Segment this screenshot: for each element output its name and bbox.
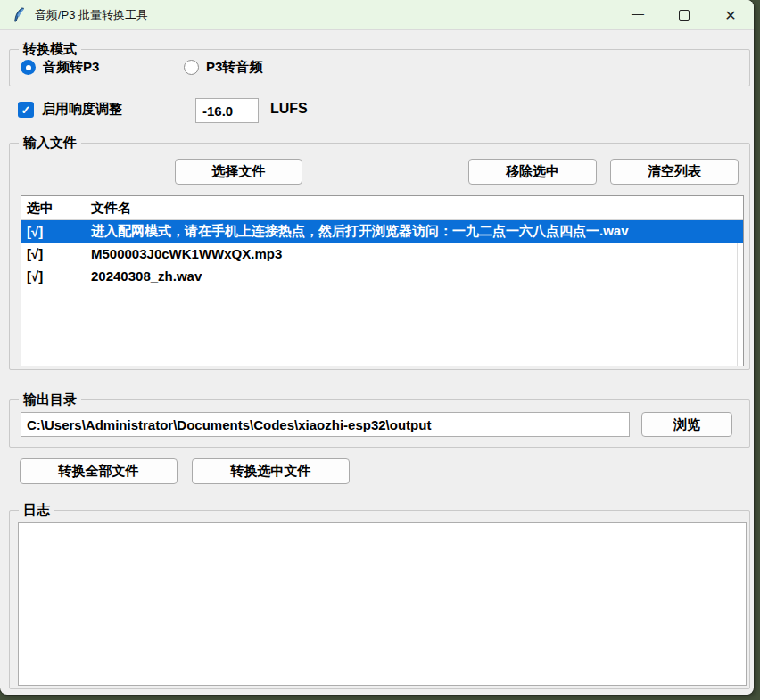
row-checked-cell: [√] [21,246,86,261]
check-icon: ✓ [21,103,31,117]
maximize-icon [679,10,690,21]
radio-selected-icon [21,60,36,75]
remove-selected-button[interactable]: 移除选中 [468,159,597,185]
file-table-header: 选中 文件名 [21,196,743,220]
column-header-filename[interactable]: 文件名 [86,200,743,217]
input-files-group: 输入文件 选择文件 移除选中 清空列表 选中 文件名 [√] 进入配网模式，请在… [9,143,750,370]
output-path-input[interactable] [21,412,630,437]
select-files-button[interactable]: 选择文件 [175,159,302,185]
radio-audio-to-p3-label: 音频转P3 [43,59,99,76]
column-header-checked[interactable]: 选中 [21,200,86,217]
loudness-checkbox-label: 启用响度调整 [42,101,122,118]
window-title: 音频/P3 批量转换工具 [35,7,148,23]
minimize-button[interactable]: — [615,0,661,30]
log-group: 日志 [9,510,750,689]
table-row[interactable]: [√] 20240308_zh.wav [21,265,743,287]
table-row[interactable]: [√] 进入配网模式，请在手机上连接热点，然后打开浏览器访问：一九二点一六八点四… [21,220,743,243]
convert-all-button[interactable]: 转换全部文件 [20,458,178,484]
clear-list-button[interactable]: 清空列表 [610,159,739,185]
radio-p3-to-audio[interactable]: P3转音频 [184,59,262,76]
python-feather-icon [12,7,27,23]
log-text-area[interactable] [18,522,747,686]
titlebar: 音频/P3 批量转换工具 — ✕ [0,0,754,30]
row-filename-cell: 20240308_zh.wav [86,268,743,284]
row-filename-cell: M500003J0cWK1WWxQX.mp3 [86,246,743,261]
minimize-icon: — [632,6,644,21]
maximize-button[interactable] [661,0,707,30]
convert-selected-button[interactable]: 转换选中文件 [192,458,350,484]
app-window: 音频/P3 批量转换工具 — ✕ 转换模式 音频转P3 P3转音频 ✓ 启用响度… [0,0,754,695]
conversion-mode-group: 转换模式 音频转P3 P3转音频 [9,49,750,86]
lufs-unit-label: LUFS [270,101,308,117]
output-directory-group: 输出目录 浏览 [9,399,750,448]
close-icon: ✕ [724,7,736,24]
row-filename-cell: 进入配网模式，请在手机上连接热点，然后打开浏览器访问：一九二点一六八点四点一.w… [86,223,743,240]
radio-p3-to-audio-label: P3转音频 [206,59,262,76]
row-checked-cell: [√] [21,268,86,284]
input-files-group-title: 输入文件 [19,135,81,151]
output-directory-group-title: 输出目录 [19,391,81,408]
lufs-value-input[interactable] [195,98,259,123]
loudness-row: ✓ 启用响度调整 LUFS [0,98,754,125]
radio-audio-to-p3[interactable]: 音频转P3 [21,59,99,76]
row-checked-cell: [√] [21,224,86,239]
close-button[interactable]: ✕ [707,0,754,30]
file-table: 选中 文件名 [√] 进入配网模式，请在手机上连接热点，然后打开浏览器访问：一九… [21,195,744,366]
window-controls: — ✕ [615,0,754,30]
log-group-title: 日志 [19,502,54,518]
conversion-mode-group-title: 转换模式 [19,41,81,57]
loudness-checkbox[interactable]: ✓ [18,102,34,118]
radio-unselected-icon [184,60,199,75]
browse-button[interactable]: 浏览 [641,412,732,437]
table-row[interactable]: [√] M500003J0cWK1WWxQX.mp3 [21,243,743,265]
